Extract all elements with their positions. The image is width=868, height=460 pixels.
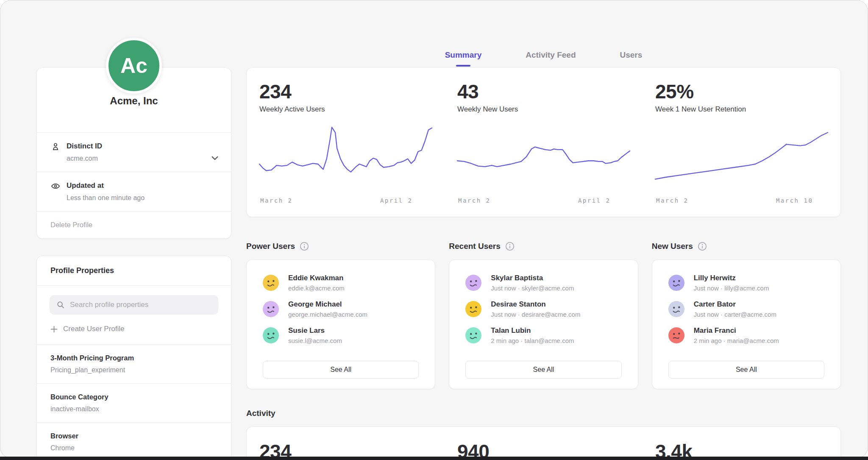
user-avatar xyxy=(263,275,279,291)
user-row[interactable]: Eddie Kwakman eddie.k@acme.com xyxy=(263,272,419,294)
sparkline-chart xyxy=(259,125,432,190)
property-value: Pricing_plan_experiment xyxy=(50,366,217,374)
x-tick-label: April 2 xyxy=(380,197,413,204)
info-icon[interactable] xyxy=(698,242,707,251)
sparkline-chart xyxy=(457,125,630,190)
chevron-down-icon[interactable] xyxy=(211,154,219,162)
user-name: Carter Bator xyxy=(694,300,776,309)
property-row: Browser Chrome xyxy=(37,422,231,458)
x-axis: March 2 April 2 xyxy=(259,197,432,206)
summary-stats-card: 234 Weekly Active Users March 2 April 2 … xyxy=(246,67,841,217)
user-name: Susie Lars xyxy=(288,326,342,335)
tab-activity-feed[interactable]: Activity Feed xyxy=(524,50,577,67)
user-email: eddie.k@acme.com xyxy=(288,284,345,292)
user-row[interactable]: George Michael george.michael@acme.com xyxy=(263,298,419,320)
main-content: Summary Activity Feed Users 234 Weekly A… xyxy=(246,0,841,458)
user-avatar xyxy=(668,301,684,317)
property-row: Bounce Category inactive-mailbox xyxy=(37,383,231,422)
user-meta: 2 min ago · talan@acme.com xyxy=(491,337,574,344)
user-meta: Just now · carter@acme.com xyxy=(694,311,776,318)
x-tick-label: March 2 xyxy=(458,197,491,204)
profile-properties-title: Profile Properties xyxy=(37,256,231,285)
plus-icon xyxy=(50,326,58,333)
section-title: Recent Users xyxy=(449,242,500,251)
stat-value: 234 xyxy=(259,81,432,102)
property-value: Chrome xyxy=(50,444,217,452)
delete-profile-button[interactable]: Delete Profile xyxy=(37,211,231,238)
user-row[interactable]: Desirae Stanton Just now · desirare@acme… xyxy=(465,298,621,320)
x-axis: March 2 March 10 xyxy=(655,197,828,206)
user-meta: 2 min ago · maria@acme.com xyxy=(694,337,779,344)
user-email: george.michael@acme.com xyxy=(288,311,367,318)
create-user-profile-button[interactable]: Create User Profile xyxy=(50,325,217,333)
profile-properties-card: Profile Properties Create User Profile 3… xyxy=(36,256,231,458)
stat-weekly-new-users: 43 Weekly New Users March 2 April 2 xyxy=(445,81,643,206)
recent-users-card: Skylar Baptista Just now · skyler@acme.c… xyxy=(449,259,638,389)
company-avatar: Ac xyxy=(106,38,162,94)
activity-stat-value: 234 xyxy=(259,441,432,458)
user-avatar xyxy=(465,301,481,317)
user-avatar xyxy=(668,275,684,291)
user-name: Eddie Kwakman xyxy=(288,274,345,282)
tab-bar: Summary Activity Feed Users xyxy=(246,0,841,67)
user-name: Desirae Stanton xyxy=(491,300,580,309)
user-row[interactable]: Skylar Baptista Just now · skyler@acme.c… xyxy=(465,272,621,294)
user-name: Maria Franci xyxy=(694,326,779,335)
user-meta: Just now · lilly@acme.com xyxy=(694,284,769,292)
x-tick-label: March 2 xyxy=(260,197,293,204)
app-window: Ac Acme, Inc Distinct ID acme.com xyxy=(0,0,868,458)
activity-section-title: Activity xyxy=(246,409,841,418)
section-title: Power Users xyxy=(246,242,295,251)
user-meta: Just now · skyler@acme.com xyxy=(491,284,574,292)
user-name: George Michael xyxy=(288,300,367,309)
x-tick-label: April 2 xyxy=(578,197,611,204)
field-value: acme.com xyxy=(67,155,102,162)
user-row[interactable]: Susie Lars susie.l@acme.com xyxy=(263,324,419,346)
info-icon[interactable] xyxy=(300,242,309,251)
company-name: Acme, Inc xyxy=(37,95,231,132)
see-all-button[interactable]: See All xyxy=(668,361,824,379)
field-label: Distinct ID xyxy=(67,142,102,151)
updated-at-row: Updated at Less than one minute ago xyxy=(37,172,231,211)
stat-value: 25% xyxy=(655,81,828,102)
see-all-button[interactable]: See All xyxy=(465,361,621,379)
property-name: 3-Month Pricing Program xyxy=(50,354,217,362)
user-email: susie.l@acme.com xyxy=(288,337,342,344)
screen-bottom-edge xyxy=(0,457,868,460)
tab-users[interactable]: Users xyxy=(618,50,644,67)
user-name: Talan Lubin xyxy=(491,326,574,335)
info-icon[interactable] xyxy=(505,242,515,251)
company-avatar-text: Ac xyxy=(120,53,147,78)
user-name: Lilly Herwitz xyxy=(694,274,769,282)
field-label: Updated at xyxy=(67,181,145,190)
x-tick-label: March 10 xyxy=(776,197,813,204)
activity-stat-value: 940 xyxy=(457,441,630,458)
section-title: New Users xyxy=(652,242,693,251)
user-row[interactable]: Lilly Herwitz Just now · lilly@acme.com xyxy=(668,272,824,294)
divider xyxy=(37,285,231,286)
tab-summary[interactable]: Summary xyxy=(443,50,484,67)
user-avatar xyxy=(465,275,481,291)
user-row[interactable]: Carter Bator Just now · carter@acme.com xyxy=(668,298,824,320)
property-row: 3-Month Pricing Program Pricing_plan_exp… xyxy=(37,344,231,383)
user-avatar xyxy=(465,327,481,343)
stat-label: Weekly New Users xyxy=(457,105,630,114)
property-name: Bounce Category xyxy=(50,393,217,401)
new-users-card: Lilly Herwitz Just now · lilly@acme.com … xyxy=(652,259,841,389)
power-users-card: Eddie Kwakman eddie.k@acme.com George Mi… xyxy=(246,259,435,389)
stat-value: 43 xyxy=(457,81,630,102)
power-users-section: Power Users Eddie Kwakman eddi xyxy=(246,241,435,389)
user-avatar xyxy=(668,327,684,343)
create-user-profile-label: Create User Profile xyxy=(63,325,125,333)
user-row[interactable]: Talan Lubin 2 min ago · talan@acme.com xyxy=(465,324,621,346)
user-avatar xyxy=(263,327,279,343)
user-row[interactable]: Maria Franci 2 min ago · maria@acme.com xyxy=(668,324,824,346)
recent-users-section: Recent Users Skylar Baptista J xyxy=(449,241,638,389)
search-input[interactable] xyxy=(70,301,211,309)
see-all-button[interactable]: See All xyxy=(263,361,419,379)
eye-icon xyxy=(50,181,61,191)
activity-card: 234 940 3.4k xyxy=(246,427,841,458)
x-tick-label: March 2 xyxy=(656,197,689,204)
new-users-section: New Users Lilly Herwitz Just n xyxy=(652,241,841,389)
property-value: inactive-mailbox xyxy=(50,405,217,413)
